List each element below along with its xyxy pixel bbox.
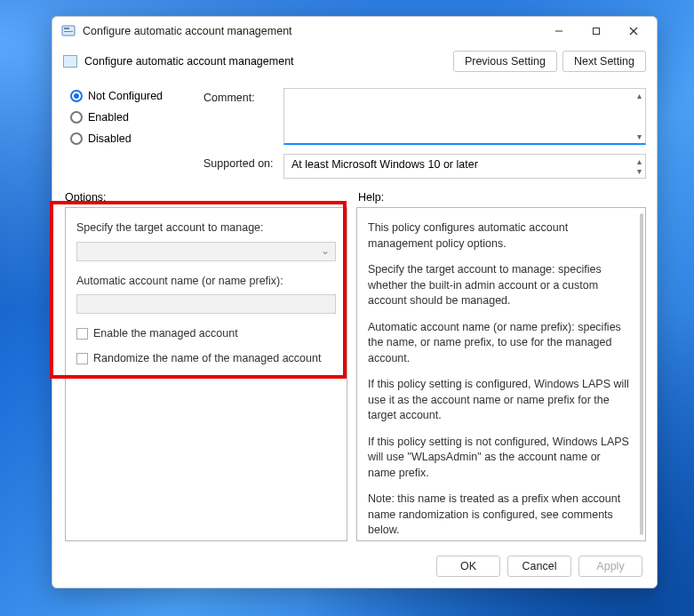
radio-enabled[interactable]: Enabled — [70, 111, 195, 124]
maximize-button[interactable] — [578, 19, 614, 44]
help-section-label: Help: — [358, 191, 646, 204]
titlebar: Configure automatic account management — [52, 17, 657, 45]
account-name-label: Automatic account name (or name prefix): — [76, 274, 336, 290]
subtitle-bar: Configure automatic account management P… — [52, 45, 657, 77]
randomize-name-label: Randomize the name of the managed accoun… — [93, 351, 321, 367]
policy-name: Configure automatic account management — [84, 55, 453, 68]
ok-button[interactable]: OK — [436, 556, 500, 577]
help-panel: This policy configures automatic account… — [356, 207, 646, 541]
supported-on-label: Supported on: — [203, 157, 275, 170]
policy-editor-window: Configure automatic account management C… — [52, 16, 658, 588]
svg-rect-1 — [64, 28, 69, 29]
target-account-combobox[interactable] — [76, 242, 336, 261]
apply-button[interactable]: Apply — [578, 556, 642, 577]
options-section-label: Options: — [65, 191, 358, 204]
window-title: Configure automatic account management — [83, 25, 541, 37]
policy-icon — [63, 55, 77, 68]
supported-on-value: At least Microsoft Windows 10 or later ▴… — [283, 154, 646, 179]
radio-disabled[interactable]: Disabled — [70, 132, 195, 145]
svg-rect-4 — [594, 28, 600, 35]
help-text: If this policy setting is configured, Wi… — [368, 377, 629, 424]
dialog-footer: OK Cancel Apply — [52, 552, 657, 588]
app-icon — [61, 24, 76, 38]
radio-not-configured[interactable]: Not Configured — [70, 90, 195, 102]
previous-setting-button[interactable]: Previous Setting — [453, 51, 557, 72]
help-text: Automatic account name (or name prefix):… — [368, 320, 629, 367]
randomize-name-checkbox[interactable]: Randomize the name of the managed accoun… — [76, 351, 336, 367]
comment-textarea[interactable]: ▴ ▾ — [283, 88, 646, 145]
cancel-button[interactable]: Cancel — [507, 556, 571, 577]
help-text: Specify the target account to manage: sp… — [368, 262, 629, 309]
radio-label-disabled: Disabled — [88, 132, 132, 145]
enable-managed-checkbox[interactable]: Enable the managed account — [76, 326, 336, 342]
enable-managed-label: Enable the managed account — [93, 326, 238, 342]
target-account-label: Specify the target account to manage: — [76, 220, 336, 236]
svg-rect-0 — [62, 26, 75, 36]
radio-label-enabled: Enabled — [88, 111, 129, 124]
help-text: If this policy setting is not configured… — [368, 435, 629, 482]
minimize-button[interactable] — [541, 19, 577, 44]
help-text: Note: this name is treated as a prefix w… — [368, 492, 629, 539]
radio-label-not-configured: Not Configured — [88, 90, 163, 102]
help-text: This policy configures automatic account… — [368, 220, 629, 252]
svg-rect-2 — [64, 31, 73, 32]
comment-label: Comment: — [203, 92, 275, 104]
account-name-input[interactable] — [76, 294, 336, 314]
next-setting-button[interactable]: Next Setting — [562, 51, 646, 72]
close-button[interactable] — [616, 19, 651, 44]
help-scrollbar[interactable] — [640, 213, 643, 535]
options-panel: Specify the target account to manage: Au… — [65, 207, 347, 541]
